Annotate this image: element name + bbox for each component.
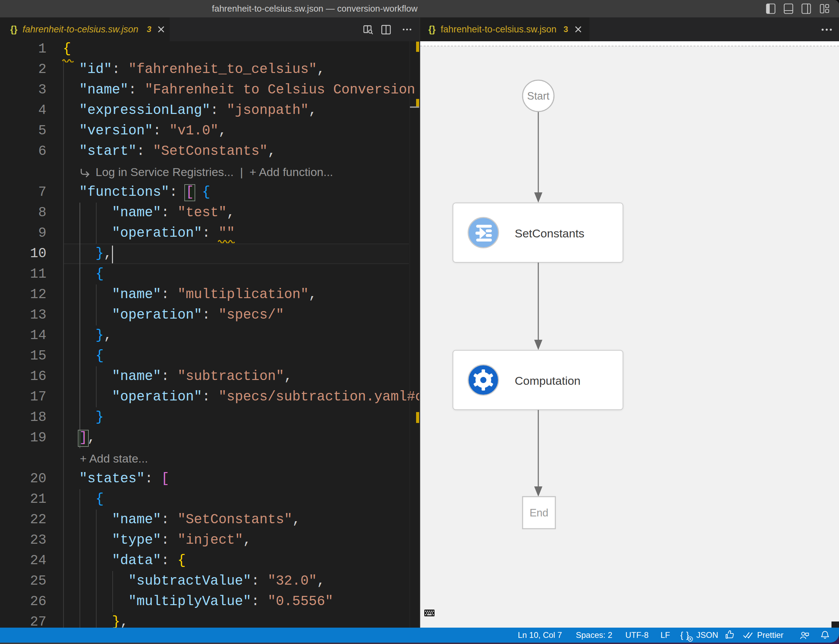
svg-text:Start: Start: [527, 90, 549, 102]
svg-text:End: End: [529, 507, 548, 519]
